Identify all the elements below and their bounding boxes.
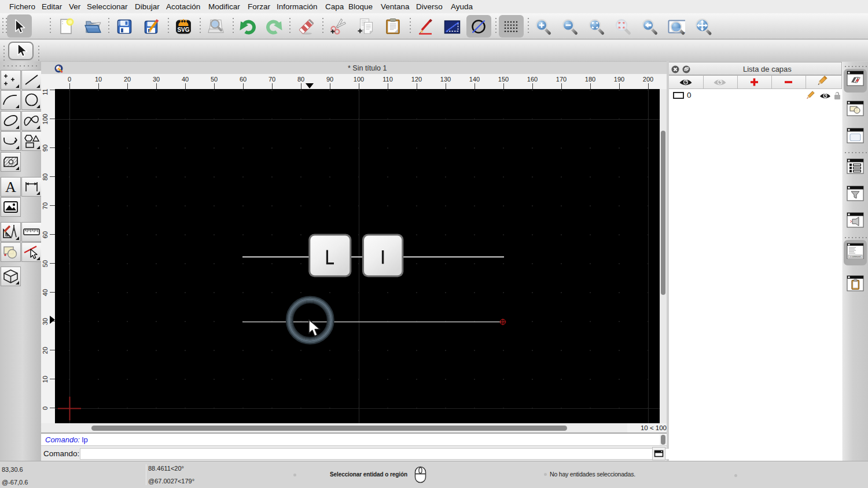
svg-text:70: 70 [42,202,49,209]
svg-text:0: 0 [42,406,49,410]
svg-text:160: 160 [527,76,538,83]
svg-text:60: 60 [240,76,247,83]
svg-text:100: 100 [354,76,364,83]
svg-text:180: 180 [585,76,595,83]
svg-text:0: 0 [68,76,71,83]
svg-text:c command: c command [850,256,860,258]
svg-text:30: 30 [153,76,160,83]
svg-text:190: 190 [614,76,624,83]
svg-text:110: 110 [382,76,393,83]
svg-text:20: 20 [124,76,131,83]
svg-text:80: 80 [297,76,304,83]
svg-text:120: 120 [411,76,422,83]
svg-text:90: 90 [326,76,333,83]
svg-text:60: 60 [42,231,49,238]
svg-text:10: 10 [95,76,102,83]
svg-text:200: 200 [643,76,653,83]
svg-text:40: 40 [182,76,189,83]
svg-text:90: 90 [42,145,49,151]
svg-text:A: A [5,179,16,195]
svg-text:30: 30 [42,318,49,325]
svg-text:50: 50 [211,76,218,83]
svg-text:110: 110 [42,89,49,95]
svg-text:50: 50 [42,260,49,267]
svg-text:40: 40 [42,289,49,296]
svg-text:150: 150 [498,76,509,83]
svg-text:10: 10 [42,376,49,383]
svg-text:20: 20 [42,347,49,354]
svg-text:70: 70 [269,76,275,83]
svg-text:80: 80 [42,173,49,180]
svg-text:170: 170 [556,76,567,83]
svg-text:SVG: SVG [177,27,189,33]
svg-text:130: 130 [440,76,451,83]
svg-text:100: 100 [42,114,49,124]
svg-text:140: 140 [469,76,480,83]
